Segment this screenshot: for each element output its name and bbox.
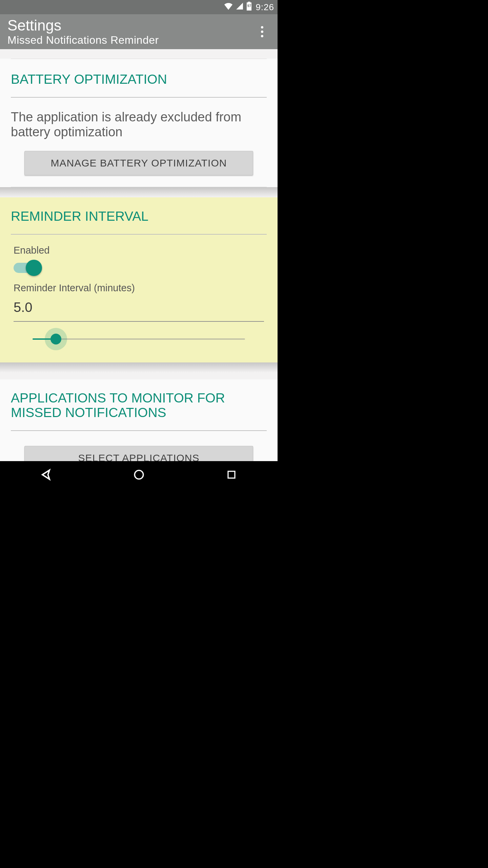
enabled-toggle[interactable] [14,263,41,273]
apps-section-title: APPLICATIONS TO MONITOR FOR MISSED NOTIF… [0,379,278,430]
page-title: Settings [7,17,159,34]
more-options-icon[interactable] [254,24,270,40]
battery-icon: 97 [246,2,252,13]
reminder-section-title: REMINDER INTERVAL [0,197,278,234]
battery-level-text: 97 [246,4,252,8]
applications-section: APPLICATIONS TO MONITOR FOR MISSED NOTIF… [0,379,278,461]
enabled-label: Enabled [0,235,278,261]
status-icons: 97 [224,2,252,13]
svg-rect-1 [228,471,235,478]
status-bar: 97 9:26 [0,0,278,14]
interval-label: Reminder Interval (minutes) [0,279,278,296]
reminder-interval-section: REMINDER INTERVAL Enabled Reminder Inter… [0,197,278,362]
manage-battery-button[interactable]: MANAGE BATTERY OPTIMIZATION [24,151,253,175]
battery-section-body: The application is already excluded from… [0,98,278,147]
nav-recent-icon[interactable] [211,467,252,483]
svg-point-0 [135,470,143,479]
battery-section-title: BATTERY OPTIMIZATION [11,59,267,97]
status-time: 9:26 [256,2,274,13]
interval-value-input[interactable]: 5.0 [0,296,278,321]
cellular-icon [236,2,243,12]
app-bar: Settings Missed Notifications Reminder [0,14,278,49]
wifi-icon [224,2,233,12]
app-bar-titles: Settings Missed Notifications Reminder [7,17,159,46]
content: BATTERY OPTIMIZATION The application is … [0,49,278,461]
interval-slider[interactable] [33,331,245,347]
navigation-bar [0,461,278,488]
battery-optimization-section: BATTERY OPTIMIZATION The application is … [0,59,278,187]
select-applications-button[interactable]: SELECT APPLICATIONS [24,446,253,461]
page-subtitle: Missed Notifications Reminder [7,34,159,46]
nav-back-icon[interactable] [26,467,67,483]
nav-home-icon[interactable] [119,467,159,483]
